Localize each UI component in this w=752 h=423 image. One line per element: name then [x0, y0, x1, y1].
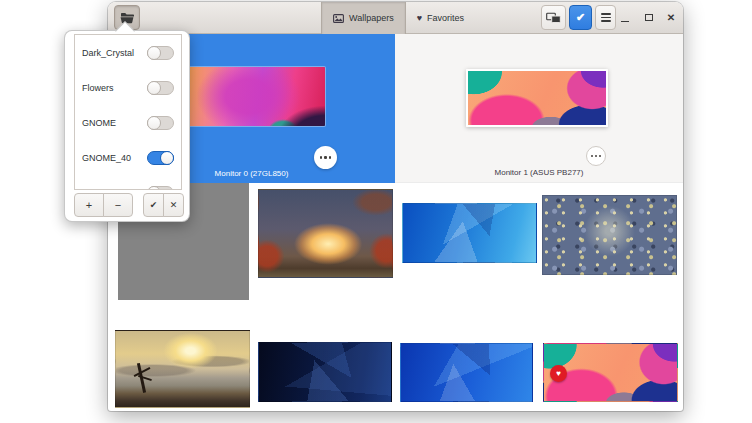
ellipsis-icon — [320, 156, 322, 158]
folder-name: Flowers — [82, 83, 114, 93]
confirm-folders-button[interactable]: ✔ — [143, 193, 164, 217]
ellipsis-icon — [591, 155, 593, 157]
maximize-icon — [645, 14, 653, 21]
folder-toggle-switch[interactable] — [147, 116, 174, 130]
maximize-button[interactable] — [637, 5, 661, 30]
folder-row-gnome[interactable]: GNOME — [75, 105, 181, 140]
desktop-stage: Wallpapers ♥ Favorites ✔ — [0, 0, 752, 423]
tab-favorites-label: Favorites — [427, 13, 464, 23]
wallpaper-thumbnail-sunset[interactable] — [115, 330, 250, 408]
image-icon — [333, 14, 344, 23]
wallpaper-thumbnail-navy-geometric[interactable] — [258, 342, 392, 402]
monitor-panes: Monitor 0 (27GL850) Monitor 1 (ASUS PB27… — [108, 34, 683, 183]
menu-icon — [601, 12, 611, 24]
wallpaper-thumbnail-forest[interactable] — [258, 189, 393, 278]
hydrapaper-window: Wallpapers ♥ Favorites ✔ — [108, 2, 683, 411]
tab-wallpapers[interactable]: Wallpapers — [321, 2, 406, 34]
folder-list: Dark_Crystal Flowers GNOME GNOME_40 Misc — [74, 34, 182, 190]
folder-row-dark-crystal[interactable]: Dark_Crystal — [75, 35, 181, 70]
close-button[interactable]: ✕ — [659, 5, 683, 30]
monitor-1-wallpaper-preview — [466, 69, 608, 127]
monitor-0-options-button[interactable] — [314, 146, 337, 169]
monitor-1-options-button[interactable] — [586, 146, 606, 166]
monitor-1-label: Monitor 1 (ASUS PB277) — [395, 168, 683, 177]
multi-monitor-mode-button[interactable] — [541, 5, 566, 30]
minus-icon: − — [115, 199, 121, 211]
popover-actions: + − ✔ ✕ — [65, 193, 189, 217]
header-bar: Wallpapers ♥ Favorites ✔ — [108, 2, 683, 34]
minimize-button[interactable] — [613, 5, 637, 30]
folder-row-misc[interactable]: Misc — [75, 175, 181, 190]
favorite-badge: ♥ — [550, 365, 567, 382]
checkmark-icon: ✔ — [150, 200, 158, 210]
cancel-folders-button[interactable]: ✕ — [163, 193, 184, 217]
folder-toggle-switch[interactable] — [147, 186, 174, 191]
folder-toggle-switch[interactable] — [147, 151, 174, 165]
folder-open-icon — [120, 12, 134, 24]
wallpaper-thumbnail-gnome40-favorite[interactable]: ♥ — [543, 343, 678, 402]
checkmark-icon: ✔ — [576, 12, 585, 23]
heart-icon: ♥ — [417, 14, 422, 23]
tab-favorites[interactable]: ♥ Favorites — [406, 2, 475, 34]
tab-wallpapers-label: Wallpapers — [349, 13, 394, 23]
monitor-1-pane[interactable]: Monitor 1 (ASUS PB277) — [395, 34, 683, 183]
folder-name: GNOME — [82, 118, 116, 128]
folder-toggle-switch[interactable] — [147, 46, 174, 60]
wallpaper-thumbnail-aerial-forest[interactable] — [542, 195, 677, 275]
add-folder-button[interactable]: + — [74, 193, 104, 217]
view-switcher: Wallpapers ♥ Favorites — [321, 2, 475, 34]
folder-name: Misc — [82, 188, 101, 191]
remove-folder-button[interactable]: − — [103, 193, 133, 217]
folder-name: GNOME_40 — [82, 153, 131, 163]
folders-popover: Dark_Crystal Flowers GNOME GNOME_40 Misc — [64, 30, 190, 222]
close-icon: ✕ — [170, 200, 178, 210]
heart-icon: ♥ — [556, 370, 561, 378]
plus-icon: + — [86, 199, 92, 211]
close-icon: ✕ — [667, 13, 675, 23]
folder-name: Dark_Crystal — [82, 48, 134, 58]
folder-row-flowers[interactable]: Flowers — [75, 70, 181, 105]
dual-monitor-icon — [546, 12, 561, 24]
apply-wallpapers-button[interactable]: ✔ — [569, 5, 592, 30]
folder-row-gnome-40[interactable]: GNOME_40 — [75, 140, 181, 175]
wallpaper-thumbnail-royal-blue-geometric[interactable] — [400, 343, 533, 402]
folder-toggle-switch[interactable] — [147, 81, 174, 95]
wallpaper-thumbnail-blue-geometric[interactable] — [402, 203, 537, 263]
minimize-icon — [621, 21, 629, 23]
monitor-0-wallpaper-preview — [186, 67, 325, 126]
